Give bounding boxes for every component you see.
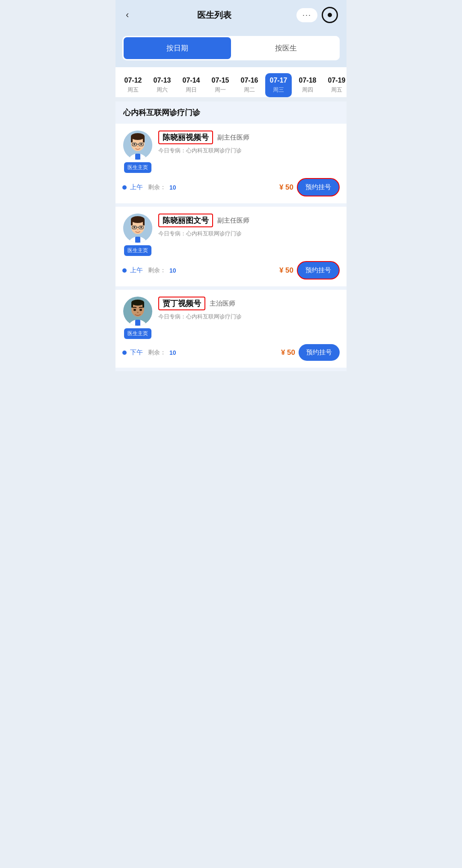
svg-point-10 [133,143,135,145]
doctor-specialty: 今日专病：心内科互联网诊疗门诊 [158,313,340,321]
doctor-list: 医生主页陈晓丽视频号副主任医师今日专病：心内科互联网诊疗门诊上午剩余：10¥ 5… [116,124,346,371]
doctor-info-row: 医生主页贾丁视频号主治医师今日专病：心内科互联网诊疗门诊 [122,297,340,339]
appointment-row: 上午剩余：10¥ 50预约挂号 [122,173,340,203]
doctor-title: 副主任医师 [217,134,249,142]
svg-point-12 [137,146,139,147]
date-item-d0719[interactable]: 07-19周五 [323,73,346,97]
doctor-card-doc2: 医生主页陈晓丽图文号副主任医师今日专病：心内科互联网诊疗门诊上午剩余：10¥ 5… [116,207,346,290]
date-item-d0713[interactable]: 07-13周六 [149,73,175,97]
svg-rect-5 [131,137,133,143]
date-item-d0717[interactable]: 07-17周三 [265,73,292,97]
svg-rect-28 [135,320,140,326]
svg-rect-19 [143,220,145,226]
doctor-name: 陈晓丽图文号 [158,214,213,227]
date-number: 07-15 [212,77,229,84]
doctor-info-row: 医生主页陈晓丽图文号副主任医师今日专病：心内科互联网诊疗门诊 [122,214,340,256]
book-appointment-button[interactable]: 预约挂号 [297,178,340,196]
doctor-title: 副主任医师 [217,217,249,225]
period-dot [122,185,127,190]
header-actions: ··· [296,7,338,23]
date-day: 周一 [215,86,226,94]
date-scroller: 07-12周五07-13周六07-14周日07-15周一07-16周二07-17… [116,67,346,97]
appointment-price: ¥ 50 [279,183,293,192]
period-dot [122,351,127,355]
date-number: 07-18 [299,77,317,84]
doctor-name-row: 陈晓丽视频号副主任医师 [158,131,340,144]
doctor-name-row: 贾丁视频号主治医师 [158,297,340,310]
doctor-avatar [123,297,152,326]
doctor-details: 陈晓丽图文号副主任医师今日专病：心内科互联网诊疗门诊 [158,214,340,238]
section-header: 心内科互联网诊疗门诊 [116,101,346,124]
doctor-info-row: 医生主页陈晓丽视频号副主任医师今日专病：心内科互联网诊疗门诊 [122,131,340,173]
svg-point-33 [133,309,136,311]
date-number: 07-12 [124,77,142,84]
appointment-period: 上午 [130,183,143,191]
doctor-specialty: 今日专病：心内科互联网诊疗门诊 [158,147,340,155]
svg-rect-15 [135,237,140,243]
date-number: 07-19 [328,77,346,84]
doctor-details: 陈晓丽视频号副主任医师今日专病：心内科互联网诊疗门诊 [158,131,340,155]
doctor-title: 主治医师 [210,300,235,308]
svg-point-34 [139,309,142,311]
remaining-value: 10 [169,184,176,191]
svg-point-25 [137,229,139,230]
date-number: 07-17 [270,77,287,84]
svg-rect-18 [131,220,133,226]
svg-rect-32 [142,303,144,308]
doctor-avatar-wrap: 医生主页 [122,297,153,339]
header: ‹ 医生列表 ··· [116,0,346,30]
appointment-period: 下午 [130,348,143,357]
book-appointment-button[interactable]: 预约挂号 [299,344,340,361]
date-item-d0716[interactable]: 07-16周二 [236,73,263,97]
date-day: 周五 [127,86,139,94]
doctor-avatar-wrap: 医生主页 [122,131,153,173]
doctor-card-doc3: 医生主页贾丁视频号主治医师今日专病：心内科互联网诊疗门诊下午剩余：10¥ 50预… [116,290,346,371]
page-title: 医生列表 [132,9,296,21]
tab-by-date[interactable]: 按日期 [124,37,231,59]
target-icon[interactable] [322,7,338,23]
more-button[interactable]: ··· [296,8,317,22]
doctor-home-button[interactable]: 医生主页 [124,162,151,173]
date-item-d0715[interactable]: 07-15周一 [207,73,234,97]
tab-inner: 按日期 按医生 [122,36,340,60]
date-day: 周日 [186,86,197,94]
appointment-row: 下午剩余：10¥ 50预约挂号 [122,339,340,368]
date-day: 周六 [157,86,168,94]
back-button[interactable]: ‹ [122,8,132,22]
svg-point-17 [131,216,145,223]
date-day: 周五 [331,86,342,94]
svg-rect-31 [131,303,133,308]
svg-point-23 [133,226,135,228]
date-number: 07-14 [183,77,200,84]
date-item-d0712[interactable]: 07-12周五 [120,73,146,97]
doctor-home-button[interactable]: 医生主页 [124,328,151,339]
svg-point-35 [137,312,139,313]
date-item-d0714[interactable]: 07-14周日 [178,73,204,97]
period-dot [122,268,127,273]
tab-by-doctor[interactable]: 按医生 [232,36,340,60]
svg-rect-2 [135,154,140,160]
date-scroll-container: 07-12周五07-13周六07-14周日07-15周一07-16周二07-17… [116,67,346,97]
date-item-d0718[interactable]: 07-18周四 [294,73,321,97]
svg-point-30 [131,300,144,306]
doctor-details: 贾丁视频号主治医师今日专病：心内科互联网诊疗门诊 [158,297,340,321]
doctor-name-row: 陈晓丽图文号副主任医师 [158,214,340,227]
doctor-avatar [123,214,152,243]
doctor-home-button[interactable]: 医生主页 [124,245,151,256]
date-day: 周三 [273,86,284,94]
book-appointment-button[interactable]: 预约挂号 [297,261,340,279]
doctor-card-doc1: 医生主页陈晓丽视频号副主任医师今日专病：心内科互联网诊疗门诊上午剩余：10¥ 5… [116,124,346,207]
doctor-name: 陈晓丽视频号 [158,131,213,144]
remaining-label: 剩余： [148,267,166,274]
remaining-value: 10 [169,349,176,356]
appointment-row: 上午剩余：10¥ 50预约挂号 [122,256,340,286]
svg-point-24 [140,226,142,228]
svg-point-4 [131,133,145,140]
date-number: 07-16 [241,77,258,84]
svg-rect-6 [143,137,145,143]
appointment-period: 上午 [130,266,143,274]
date-number: 07-13 [154,77,171,84]
date-day: 周四 [302,86,313,94]
remaining-label: 剩余： [148,349,166,357]
appointment-price: ¥ 50 [279,266,293,275]
